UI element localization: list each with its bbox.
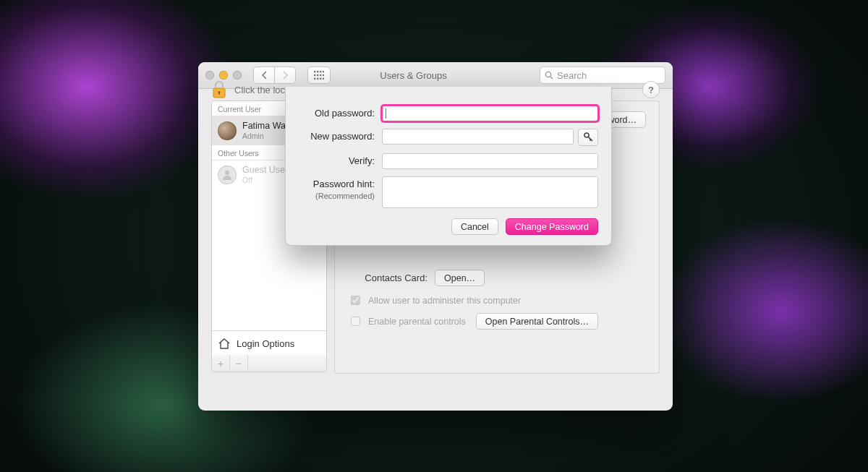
key-icon (584, 132, 593, 142)
user-name: Guest User (242, 165, 288, 175)
svg-point-18 (584, 133, 589, 137)
user-role: Admin (242, 131, 291, 141)
user-role: Off (242, 175, 288, 185)
hint-input[interactable] (382, 176, 598, 208)
avatar (218, 166, 237, 184)
parental-label: Enable parental controls (368, 317, 466, 327)
contacts-open-button[interactable]: Open… (435, 270, 485, 286)
contacts-card-label: Contacts Card: (348, 273, 427, 283)
change-password-sheet: Old password: New password: Verify: Pass… (285, 87, 612, 246)
cancel-button[interactable]: Cancel (451, 218, 498, 235)
login-options[interactable]: Login Options (212, 330, 326, 356)
house-icon (218, 338, 231, 349)
lock-icon[interactable] (211, 80, 227, 99)
user-text: Fatima Wah Admin (242, 121, 291, 141)
help-button[interactable]: ? (642, 81, 660, 98)
svg-rect-17 (218, 93, 220, 95)
change-password-submit[interactable]: Change Password (506, 218, 598, 235)
administer-checkbox-row: Allow user to administer this computer (335, 291, 659, 310)
person-icon (221, 169, 233, 181)
user-text: Guest User Off (242, 165, 288, 185)
user-name: Fatima Wah (242, 121, 291, 131)
parental-checkbox-row: Enable parental controls Open Parental C… (335, 310, 659, 332)
administer-label: Allow user to administer this computer (368, 296, 521, 306)
parental-checkbox[interactable] (351, 317, 360, 326)
old-password-label: Old password: (299, 106, 382, 119)
verify-input[interactable] (382, 153, 598, 169)
preferences-window: Users & Groups Search Current User Fatim… (198, 62, 673, 411)
verify-label: Verify: (299, 153, 382, 167)
old-password-input[interactable] (382, 106, 598, 121)
new-password-label: New password: (299, 129, 382, 142)
administer-checkbox[interactable] (351, 296, 360, 305)
add-user-button[interactable]: + (212, 355, 230, 372)
remove-user-button[interactable]: − (230, 355, 248, 372)
sidebar-actions: + − (211, 355, 327, 372)
new-password-input[interactable] (382, 129, 574, 145)
hint-sublabel: (Recommended) (299, 190, 375, 202)
svg-point-12 (545, 72, 550, 77)
desktop-background: Users & Groups Search Current User Fatim… (0, 0, 868, 472)
password-assistant-button[interactable] (578, 129, 598, 146)
login-options-label: Login Options (237, 338, 294, 349)
avatar (218, 121, 237, 140)
open-parental-controls-button[interactable]: Open Parental Controls… (476, 313, 598, 330)
hint-label: Password hint: (Recommended) (299, 176, 382, 202)
svg-point-14 (225, 171, 229, 175)
